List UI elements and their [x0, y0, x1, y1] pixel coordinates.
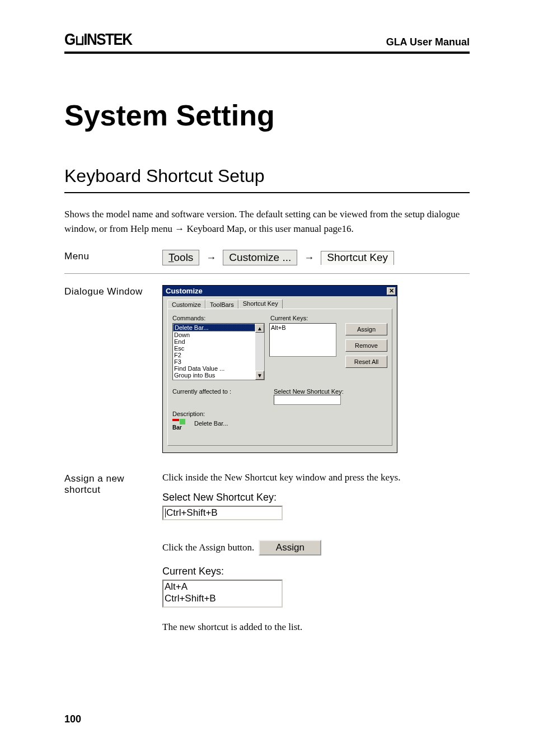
arrow-icon: → [304, 252, 314, 264]
manual-title: GLA User Manual [386, 36, 470, 48]
page-title: System Setting [64, 99, 470, 132]
scroll-down-icon[interactable]: ▼ [255, 371, 264, 380]
step1-text: Click inside the New Shortcut key window… [162, 472, 470, 483]
tools-menu[interactable]: Tools [162, 250, 199, 265]
tab-shortcut-key[interactable]: Shortcut Key [238, 299, 283, 309]
current-keys-label-large: Current Keys: [162, 566, 470, 577]
list-item[interactable]: Group into Bus [173, 372, 255, 379]
list-item[interactable]: Down [173, 332, 255, 338]
section-title: Keyboard Shortcut Setup [64, 166, 470, 193]
dialog-tabs: Customize ToolBars Shortcut Key [167, 299, 392, 309]
list-item[interactable]: Alt+B [271, 324, 335, 331]
list-item[interactable]: Help [173, 379, 255, 380]
current-keys-label: Current Keys: [270, 315, 308, 321]
commands-label: Commands: [172, 315, 270, 321]
current-keys-listbox[interactable]: Alt+B [269, 323, 336, 357]
scrollbar[interactable]: ▲ ▼ [255, 324, 264, 380]
list-item[interactable]: Find Data Value ... [173, 365, 255, 372]
reset-all-button[interactable]: Reset All [345, 356, 387, 368]
list-item[interactable]: Alt+A [165, 581, 280, 592]
shortcut-key-tab[interactable]: Shortcut Key [321, 251, 394, 265]
page-number: 100 [64, 713, 81, 725]
dialog-title: Customize [166, 287, 203, 295]
select-new-label: Select New Shortcut Key: [274, 388, 344, 395]
description-text: Delete Bar... [194, 420, 228, 427]
new-shortcut-input[interactable] [274, 395, 341, 405]
list-item[interactable]: Esc [173, 345, 255, 352]
current-keys-listbox-large[interactable]: Alt+A Ctrl+Shift+B [162, 580, 283, 608]
close-icon[interactable]: ✕ [387, 287, 396, 295]
list-item[interactable]: F2 [173, 352, 255, 358]
assign-row: Assign a new shortcut Click inside the N… [64, 472, 470, 641]
arrow-icon: → [206, 252, 216, 264]
intro-paragraph: Shows the model name and software versio… [64, 207, 470, 236]
scroll-up-icon[interactable]: ▲ [255, 324, 264, 333]
tab-panel: Commands: Current Keys: Delete Bar... Do… [167, 309, 392, 446]
list-item[interactable]: End [173, 338, 255, 345]
step2-text: Click the Assign button. [162, 542, 254, 553]
customize-menu[interactable]: Customize ... [223, 250, 297, 265]
tab-toolbars[interactable]: ToolBars [205, 300, 238, 309]
customize-dialog: Customize ✕ Customize ToolBars Shortcut … [162, 285, 397, 453]
dialogue-label: Dialogue Window [64, 285, 162, 297]
assign-label: Assign a new shortcut [64, 472, 162, 496]
dialogue-row: Dialogue Window Customize ✕ Customize To… [64, 285, 470, 461]
step3-text: The new shortcut is added to the list. [162, 622, 470, 633]
tab-customize[interactable]: Customize [167, 300, 205, 309]
brand-logo: G⊔INSTEK [64, 30, 132, 49]
assign-button[interactable]: Assign [345, 323, 387, 335]
menu-label: Menu [64, 250, 162, 262]
affected-label: Currently affected to : [172, 388, 269, 395]
list-item[interactable]: Delete Bar... [173, 324, 255, 332]
page-header: G⊔INSTEK GLA User Manual [64, 31, 470, 54]
menu-row: Menu Tools → Customize ... → Shortcut Ke… [64, 250, 470, 274]
select-new-shortcut-label: Select New Shortcut Key: [162, 492, 470, 503]
description-label: Description: [172, 410, 387, 417]
list-item[interactable]: Ctrl+Shift+B [165, 592, 280, 604]
assign-button-large[interactable]: Assign [259, 540, 321, 556]
delete-bar-icon: Bar [172, 419, 187, 428]
commands-listbox[interactable]: Delete Bar... Down End Esc F2 F3 Find Da… [172, 323, 265, 380]
remove-button[interactable]: Remove [345, 339, 387, 352]
dialog-titlebar: Customize ✕ [163, 286, 397, 296]
menu-path: Tools → Customize ... → Shortcut Key [162, 250, 470, 265]
new-shortcut-field[interactable]: Ctrl+Shift+B [162, 506, 283, 520]
list-item[interactable]: F3 [173, 358, 255, 365]
